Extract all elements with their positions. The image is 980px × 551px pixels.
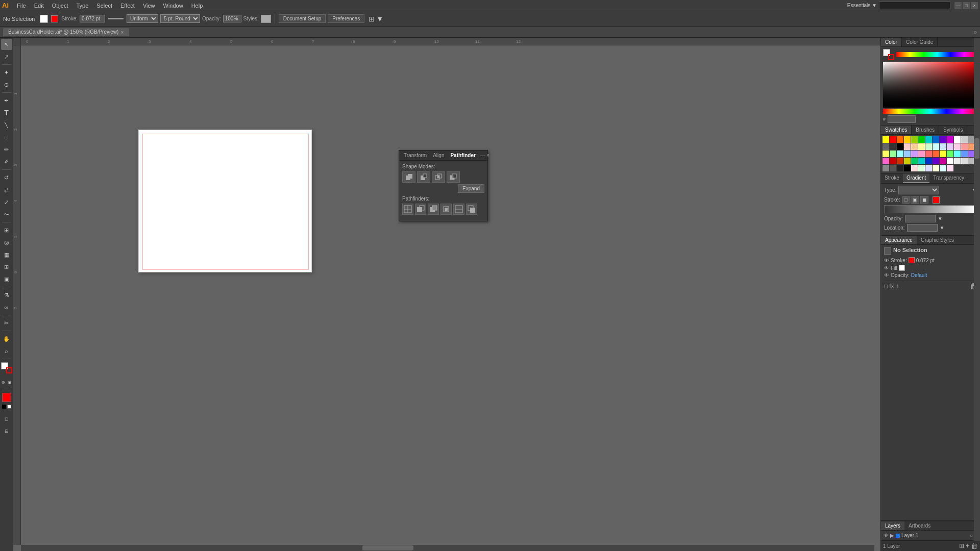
black-mini-swatch[interactable]	[2, 405, 6, 409]
gradient-type-select[interactable]	[898, 186, 939, 194]
swatch-cell[interactable]	[904, 158, 911, 164]
swatch-cell[interactable]	[925, 165, 932, 171]
document-tab[interactable]: BusinessCardHolder.ai* @ 150% (RGB/Previ…	[3, 28, 129, 36]
swatch-cell[interactable]	[918, 143, 925, 150]
swatch-cell[interactable]	[954, 136, 961, 143]
menu-select[interactable]: Select	[92, 2, 116, 10]
swatch-cell[interactable]	[918, 151, 925, 157]
swatch-cell[interactable]	[897, 158, 903, 164]
transparency-tab[interactable]: Transparency	[929, 173, 968, 183]
swatch-cell[interactable]	[883, 136, 889, 143]
location-arrow[interactable]: ▼	[940, 225, 945, 231]
right-panel-scrollbar[interactable]	[974, 38, 980, 541]
menu-help[interactable]: Help	[187, 2, 207, 10]
color-gradient-picker[interactable]	[883, 62, 978, 108]
swatch-cell[interactable]	[947, 136, 953, 143]
red-swatch-bottom[interactable]	[2, 393, 11, 402]
view-icon[interactable]: ⊞	[369, 15, 375, 23]
swatch-cell[interactable]	[897, 165, 903, 171]
swatch-cell[interactable]	[904, 165, 911, 171]
brushes-tab[interactable]: Brushes	[912, 126, 939, 134]
swatch-cell[interactable]	[904, 151, 911, 157]
lasso-button[interactable]: ⊙	[1, 79, 12, 90]
minus-back-button[interactable]	[466, 204, 477, 215]
swatch-cell[interactable]	[940, 165, 946, 171]
swatch-cell[interactable]	[947, 151, 953, 157]
menu-view[interactable]: View	[139, 2, 159, 10]
swatch-cell[interactable]	[904, 143, 911, 150]
swatches-tab[interactable]: Swatches	[881, 126, 912, 134]
swatch-cell[interactable]	[911, 158, 918, 164]
mesh-button[interactable]: ⊞	[1, 261, 12, 272]
align-tab[interactable]: Align	[431, 152, 446, 159]
style-swatch[interactable]	[261, 15, 271, 23]
swatch-cell[interactable]	[933, 136, 939, 143]
line-button[interactable]: ╲	[1, 119, 12, 131]
hex-value-input[interactable]: 0000	[888, 115, 916, 123]
opacity-arrow[interactable]: ▼	[938, 216, 943, 221]
zoom-button[interactable]: ⌕	[1, 345, 12, 357]
intersect-button[interactable]	[432, 171, 445, 183]
layer-expand-icon[interactable]: ▶	[890, 533, 894, 538]
menu-object[interactable]: Object	[48, 2, 72, 10]
layers-delete-button[interactable]: 🗑	[971, 542, 978, 550]
crop-button[interactable]	[440, 204, 452, 215]
color-icon[interactable]: ▣	[7, 377, 12, 388]
document-canvas[interactable]	[21, 45, 880, 551]
color-guide-tab[interactable]: Color Guide	[902, 38, 938, 46]
swatch-cell[interactable]	[918, 165, 925, 171]
menu-edit[interactable]: Edit	[30, 2, 48, 10]
swatch-cell[interactable]	[925, 136, 932, 143]
gradient-location-input[interactable]	[907, 224, 938, 232]
swatch-cell[interactable]	[925, 158, 932, 164]
swatch-cell[interactable]	[947, 158, 953, 164]
swatch-cell[interactable]	[897, 151, 903, 157]
swatch-cell[interactable]	[890, 136, 896, 143]
swatch-cell[interactable]	[940, 136, 946, 143]
pen-button[interactable]: ✒	[1, 95, 12, 106]
fill-eye-icon[interactable]: 👁	[884, 265, 889, 271]
panel-minimize-button[interactable]: —	[480, 153, 485, 158]
none-icon[interactable]: ⊘	[1, 377, 6, 388]
transform-tab[interactable]: Transform	[402, 152, 428, 159]
swatch-cell[interactable]	[954, 158, 961, 164]
swatch-cell[interactable]	[890, 151, 896, 157]
swatch-cell[interactable]	[933, 158, 939, 164]
swatch-cell[interactable]	[940, 143, 946, 150]
appear-fill-color[interactable]	[899, 265, 905, 271]
pathfinder-tab[interactable]: Pathfinder	[449, 152, 477, 159]
swatch-cell[interactable]	[883, 158, 889, 164]
magic-wand-button[interactable]: ✦	[1, 67, 12, 78]
appearance-tab[interactable]: Appearance	[881, 236, 917, 244]
paintbrush-button[interactable]: ✏	[1, 144, 12, 155]
color-stroke-swatch[interactable]	[888, 54, 894, 60]
panel-close-button[interactable]: ×	[486, 153, 489, 158]
column-graph-button[interactable]: ▦	[1, 249, 12, 260]
layers-add-button[interactable]: +	[966, 542, 969, 550]
swatch-cell[interactable]	[904, 136, 911, 143]
stroke-tab[interactable]: Stroke	[881, 173, 903, 183]
document-setup-button[interactable]: Document Setup	[279, 14, 326, 23]
stroke-cap-select[interactable]: 5 pt. Round	[160, 14, 200, 23]
stroke-eye-icon[interactable]: 👁	[884, 258, 889, 263]
blend-button[interactable]: ∞	[1, 302, 12, 313]
color-spectrum-mini[interactable]	[896, 52, 978, 57]
swatch-cell[interactable]	[961, 136, 968, 143]
menu-type[interactable]: Type	[72, 2, 93, 10]
outline-button[interactable]	[453, 204, 464, 215]
stroke-swatch[interactable]	[51, 15, 58, 22]
unite-button[interactable]	[402, 171, 415, 183]
stroke-value-input[interactable]	[80, 15, 105, 22]
trim-button[interactable]	[415, 204, 426, 215]
hand-button[interactable]: ✋	[1, 333, 12, 344]
gradient-tab[interactable]: Gradient	[903, 173, 929, 183]
gradient-stroke-swatch[interactable]	[933, 196, 940, 204]
collapse-button[interactable]: »	[973, 29, 977, 36]
graphic-styles-tab[interactable]: Graphic Styles	[917, 236, 958, 244]
add-item-button[interactable]: +	[896, 283, 899, 290]
swatch-cell[interactable]	[954, 143, 961, 150]
opacity-eye-icon[interactable]: 👁	[884, 272, 889, 278]
swatch-cell[interactable]	[940, 151, 946, 157]
layer-target-icon[interactable]: ○	[970, 533, 973, 538]
swatch-cell[interactable]	[925, 151, 932, 157]
